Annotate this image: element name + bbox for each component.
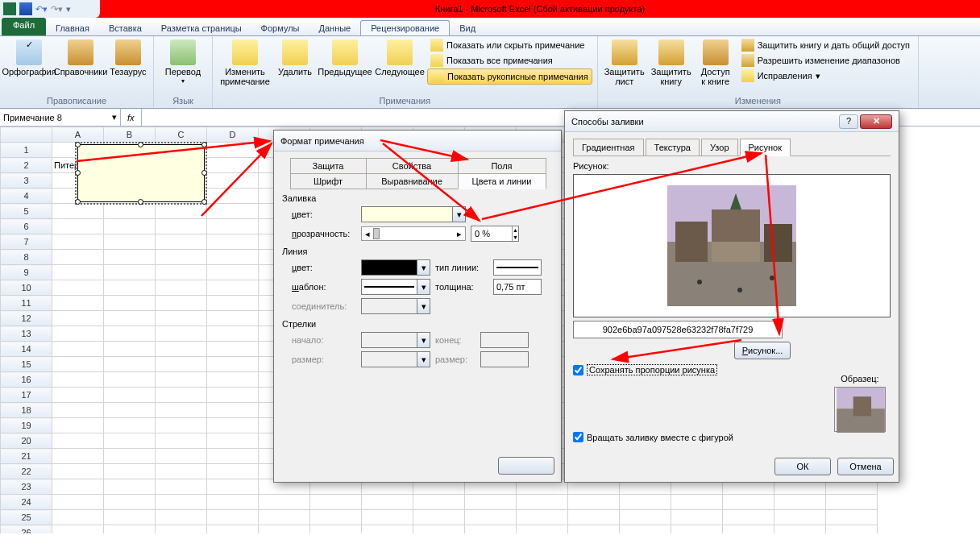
- prev-comment-button[interactable]: Предыдущее: [318, 38, 372, 78]
- row-header[interactable]: 15: [1, 357, 52, 372]
- cell[interactable]: [207, 311, 259, 326]
- cell[interactable]: [207, 158, 259, 173]
- row-header[interactable]: 12: [1, 311, 52, 326]
- cell[interactable]: [156, 433, 207, 449]
- row-header[interactable]: 1: [1, 143, 52, 158]
- cell[interactable]: [104, 342, 156, 357]
- cell[interactable]: [52, 234, 104, 250]
- cell[interactable]: [362, 525, 413, 534]
- transparency-slider[interactable]: ◂▸: [361, 226, 466, 241]
- name-box-input[interactable]: [3, 110, 92, 125]
- cell[interactable]: [156, 495, 207, 510]
- cell[interactable]: [207, 357, 259, 372]
- cell[interactable]: [156, 311, 207, 326]
- cell[interactable]: [156, 372, 207, 388]
- row-header[interactable]: 26: [1, 525, 52, 534]
- keep-ratio-input[interactable]: [573, 365, 583, 375]
- cell[interactable]: [156, 342, 207, 357]
- save-icon[interactable]: [19, 2, 32, 15]
- cell[interactable]: [362, 495, 413, 510]
- cell[interactable]: [620, 495, 671, 510]
- cell[interactable]: [104, 433, 156, 449]
- tab-alignment[interactable]: Выравнивание: [366, 173, 459, 189]
- cell[interactable]: [104, 204, 156, 219]
- cell[interactable]: [104, 495, 156, 510]
- row-header[interactable]: 3: [1, 173, 52, 189]
- cell[interactable]: [104, 464, 156, 479]
- comment-box[interactable]: [77, 144, 205, 202]
- cell[interactable]: [207, 433, 259, 449]
- tab-pattern[interactable]: Узор: [701, 139, 738, 156]
- col-header[interactable]: B: [104, 127, 156, 143]
- cell[interactable]: [104, 280, 156, 296]
- cell[interactable]: [52, 495, 104, 510]
- row-header[interactable]: 22: [1, 464, 52, 479]
- cell[interactable]: [671, 510, 723, 525]
- row-header[interactable]: 17: [1, 388, 52, 403]
- cell[interactable]: [156, 510, 207, 525]
- cell[interactable]: [207, 296, 259, 311]
- cell[interactable]: [52, 357, 104, 372]
- cell[interactable]: [568, 525, 620, 534]
- cell[interactable]: [517, 525, 568, 534]
- cell[interactable]: [156, 280, 207, 296]
- tab-home[interactable]: Главная: [46, 21, 99, 35]
- row-header[interactable]: 16: [1, 372, 52, 388]
- row-header[interactable]: 13: [1, 326, 52, 342]
- dropdown-icon[interactable]: ▾: [112, 112, 117, 122]
- cell[interactable]: [156, 403, 207, 418]
- track-changes-button[interactable]: Исправления ▾: [738, 68, 913, 83]
- cell[interactable]: [207, 342, 259, 357]
- ok-button[interactable]: ОК: [774, 458, 831, 475]
- cell[interactable]: [723, 495, 774, 510]
- cell[interactable]: [156, 388, 207, 403]
- chevron-down-icon[interactable]: ▾: [452, 207, 465, 222]
- cell[interactable]: [310, 495, 362, 510]
- cell[interactable]: [207, 280, 259, 296]
- dialog-title-bar[interactable]: Формат примечания: [274, 131, 561, 151]
- cell[interactable]: [156, 250, 207, 265]
- tab-insert[interactable]: Вставка: [99, 21, 152, 35]
- protect-share-button[interactable]: Защитить книгу и дать общий доступ: [738, 38, 913, 52]
- cell[interactable]: [413, 525, 465, 534]
- tab-layout[interactable]: Разметка страницы: [152, 21, 251, 35]
- cell[interactable]: [104, 372, 156, 388]
- cell[interactable]: [52, 403, 104, 418]
- cell[interactable]: [104, 250, 156, 265]
- picture-name-field[interactable]: 902e6ba97a097528e63232f78fa7f729: [573, 321, 783, 338]
- cell[interactable]: [104, 311, 156, 326]
- cell[interactable]: [310, 510, 362, 525]
- cell[interactable]: [104, 449, 156, 464]
- next-comment-button[interactable]: Следующее: [376, 38, 424, 78]
- cell[interactable]: [104, 388, 156, 403]
- cell[interactable]: [207, 495, 259, 510]
- cell[interactable]: [52, 265, 104, 280]
- cell[interactable]: [207, 525, 259, 534]
- cell[interactable]: [207, 265, 259, 280]
- tab-formulas[interactable]: Формулы: [251, 21, 309, 35]
- line-pattern-combo[interactable]: ▾: [361, 279, 430, 295]
- fx-icon[interactable]: fx: [127, 113, 135, 122]
- cell[interactable]: [52, 449, 104, 464]
- show-ink-button[interactable]: Показать рукописные примечания: [427, 68, 592, 85]
- cell[interactable]: [517, 495, 568, 510]
- row-header[interactable]: 18: [1, 403, 52, 418]
- cell[interactable]: [207, 143, 259, 158]
- row-header[interactable]: 20: [1, 433, 52, 449]
- cancel-button[interactable]: Отмена: [837, 458, 894, 475]
- cell[interactable]: [465, 495, 517, 510]
- cell[interactable]: [156, 326, 207, 342]
- transparency-value[interactable]: 0 %▲▼: [471, 226, 519, 242]
- redo-icon[interactable]: ↷▾: [51, 4, 63, 15]
- cell[interactable]: [52, 342, 104, 357]
- close-button[interactable]: ✕: [860, 114, 892, 129]
- cell[interactable]: [104, 326, 156, 342]
- chevron-down-icon[interactable]: ▾: [417, 280, 430, 294]
- cell[interactable]: [207, 250, 259, 265]
- tab-texture[interactable]: Текстура: [646, 139, 700, 156]
- cell[interactable]: [774, 495, 826, 510]
- cell[interactable]: [52, 372, 104, 388]
- cell[interactable]: [723, 510, 774, 525]
- row-header[interactable]: 24: [1, 495, 52, 510]
- row-header[interactable]: 8: [1, 250, 52, 265]
